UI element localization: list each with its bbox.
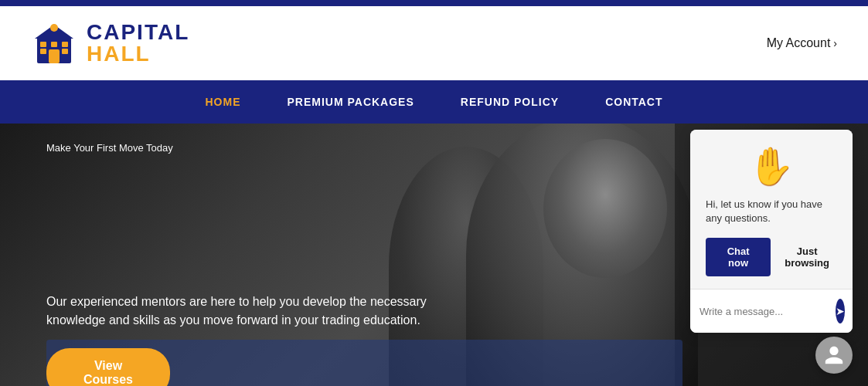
avatar-button[interactable] — [815, 337, 853, 374]
svg-point-8 — [50, 24, 58, 32]
logo[interactable]: CAPITAL HALL — [31, 20, 189, 66]
svg-rect-3 — [51, 42, 57, 47]
my-account-link[interactable]: My Account › — [767, 36, 837, 50]
svg-rect-4 — [62, 42, 68, 47]
top-bar — [0, 0, 868, 6]
nav-item-premium[interactable]: PREMIUM PACKAGES — [287, 96, 414, 108]
chat-buttons: Chat now Just browsing — [706, 238, 837, 276]
chat-message-input[interactable] — [700, 306, 829, 317]
chat-input-area: ➤ — [690, 289, 853, 333]
svg-rect-1 — [49, 49, 60, 63]
chat-widget: ✋ Hi, let us know if you have any questi… — [690, 130, 853, 333]
nav-item-home[interactable]: HOME — [205, 96, 240, 108]
hero-section: Make Your First Move Today Our experienc… — [0, 124, 868, 386]
nav-item-contact[interactable]: CONTACT — [605, 96, 662, 108]
chevron-right-icon: › — [833, 37, 837, 49]
logo-icon — [31, 20, 77, 66]
logo-capital: CAPITAL — [87, 22, 189, 43]
chat-greeting: Hi, let us know if you have any question… — [706, 198, 837, 225]
svg-rect-6 — [62, 49, 68, 54]
view-courses-button[interactable]: View Courses — [46, 348, 170, 386]
logo-text: CAPITAL HALL — [87, 22, 189, 65]
chat-send-button[interactable]: ➤ — [836, 299, 845, 323]
my-account-label: My Account — [767, 36, 831, 50]
nav-item-refund[interactable]: REFUND POLICY — [461, 96, 559, 108]
person-icon — [823, 344, 845, 366]
chat-now-button[interactable]: Chat now — [706, 238, 771, 276]
svg-rect-5 — [40, 49, 46, 54]
chat-header-area: ✋ Hi, let us know if you have any questi… — [690, 130, 853, 289]
main-nav: HOME PREMIUM PACKAGES REFUND POLICY CONT… — [0, 80, 868, 124]
svg-rect-2 — [40, 42, 46, 47]
hero-description: Our experienced mentors are here to help… — [46, 293, 448, 330]
chat-hand-icon: ✋ — [748, 145, 795, 188]
logo-hall: HALL — [87, 43, 189, 65]
send-icon: ➤ — [836, 305, 845, 317]
header: CAPITAL HALL My Account › — [0, 6, 868, 80]
just-browsing-button[interactable]: Just browsing — [777, 238, 837, 276]
